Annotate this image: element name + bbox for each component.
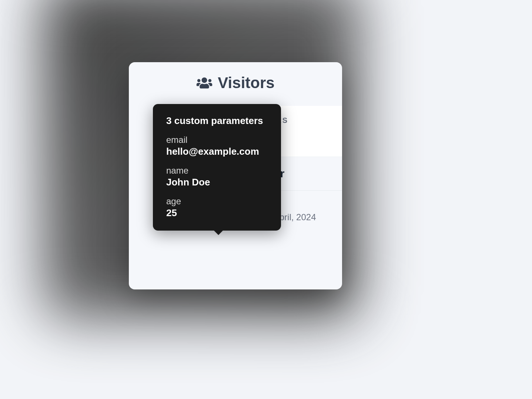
tooltip-value: John Doe [166,176,268,189]
tooltip-key: age [166,195,268,207]
custom-parameters-tooltip: 3 custom parameters email hello@example.… [153,104,281,231]
tooltip-param-email: email hello@example.com [166,134,268,158]
tooltip-value: 25 [166,207,268,219]
tooltip-title: 3 custom parameters [166,115,268,127]
users-icon [196,77,213,89]
tooltip-param-age: age 25 [166,195,268,219]
card-title: Visitors [218,74,274,92]
tooltip-param-name: name John Doe [166,165,268,189]
tooltip-key: name [166,165,268,176]
tooltip-value: hello@example.com [166,145,268,158]
card-header: Visitors [129,62,342,99]
tooltip-key: email [166,134,268,145]
